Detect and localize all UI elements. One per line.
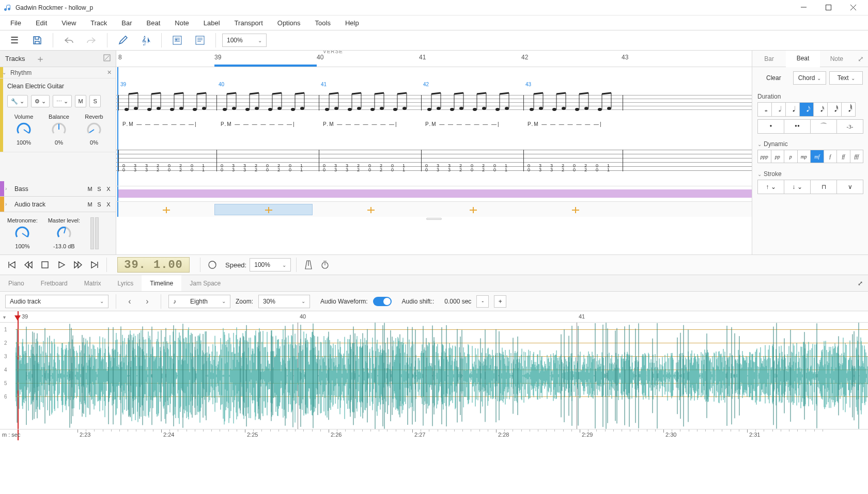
remove-button[interactable]: X — [105, 186, 112, 192]
hamburger-icon[interactable]: ☰ — [5, 33, 24, 48]
next-button[interactable]: › — [141, 295, 153, 308]
track-row-audio[interactable]: › Audio track MSX — [0, 197, 116, 212]
duration-64th[interactable]: 𝅘𝅥𝅱 — [841, 102, 856, 117]
tab-matrix[interactable]: Matrix — [76, 275, 110, 291]
mod-dot[interactable]: • — [757, 119, 784, 134]
shift-minus-button[interactable]: - — [476, 295, 489, 308]
tab-bar[interactable]: Bar — [752, 51, 786, 67]
tracks-options-icon[interactable] — [103, 54, 111, 63]
audio-track-strip[interactable] — [116, 201, 752, 217]
speed-select[interactable]: 100%⌄ — [250, 258, 291, 272]
play-button[interactable] — [55, 258, 68, 272]
reverb-knob[interactable] — [86, 122, 102, 137]
menu-label[interactable]: Label — [197, 17, 226, 29]
time-ruler[interactable]: m : sec 2:232:242:252:262:272:282:292:30… — [0, 429, 868, 440]
note-value-select[interactable]: ♪Eighth⌄ — [168, 295, 230, 308]
stroke-down[interactable]: ↓ ⌄ — [784, 180, 811, 194]
duration-quarter[interactable]: 𝅘𝅥 — [785, 102, 800, 117]
menu-file[interactable]: File — [4, 17, 27, 29]
mod-double-dot[interactable]: •• — [784, 119, 811, 134]
mute-button[interactable]: M — [87, 186, 93, 192]
expand-icon[interactable]: ⤢ — [853, 280, 868, 287]
waveform-toggle[interactable] — [373, 297, 392, 306]
tab-jam-space[interactable]: Jam Space — [181, 275, 229, 291]
menu-tools[interactable]: Tools — [309, 17, 337, 29]
menu-track[interactable]: Track — [84, 17, 113, 29]
solo-button[interactable]: S — [89, 95, 101, 107]
metronome-knob[interactable] — [14, 226, 30, 241]
dyn-f[interactable]: f — [824, 150, 838, 163]
duration-eighth[interactable]: 𝅘𝅥𝅮 — [799, 102, 814, 117]
mute-button[interactable]: M — [87, 201, 93, 208]
menu-note[interactable]: Note — [168, 17, 195, 29]
stroke-section-header[interactable]: ⌄Stroke — [752, 166, 868, 180]
dyn-p[interactable]: p — [784, 150, 798, 163]
track-row-bass[interactable]: › Bass MSX — [0, 181, 116, 197]
maximize-button[interactable] — [820, 3, 836, 13]
notation-view[interactable]: placeholder 39 — [116, 67, 752, 186]
loop-button[interactable] — [206, 258, 219, 272]
text-icon[interactable] — [191, 33, 209, 48]
tab-lyrics[interactable]: Lyrics — [109, 275, 142, 291]
prev-button[interactable]: ‹ — [123, 295, 136, 308]
duration-half[interactable]: 𝅗𝅥 — [771, 102, 786, 117]
track-tool-1[interactable]: 🔧 ⌄ — [7, 95, 28, 107]
menu-help[interactable]: Help — [339, 17, 365, 29]
dyn-ppp[interactable]: ppp — [757, 150, 771, 163]
track-tool-2[interactable]: ⚙ ⌄ — [31, 95, 50, 107]
rewind-button[interactable] — [22, 258, 35, 272]
mute-button[interactable]: M — [75, 95, 86, 107]
expand-icon[interactable]: ⤢ — [854, 51, 868, 67]
menu-options[interactable]: Options — [271, 17, 307, 29]
dynamic-section-header[interactable]: ⌄Dynamic — [752, 136, 868, 150]
dyn-ff[interactable]: ff — [836, 150, 850, 163]
redo-icon[interactable] — [82, 33, 101, 48]
track-tool-3[interactable]: ⋯ ⌄ — [53, 95, 72, 107]
timeline-view[interactable]: ▾ 39 40 41 1 2 3 4 5 6 m : sec 2:232:242… — [0, 311, 868, 440]
close-button[interactable] — [845, 3, 861, 13]
go-to-start-button[interactable] — [5, 258, 19, 272]
clef-cursor-icon[interactable]: 𝄞 — [136, 33, 155, 48]
stroke-pick-down[interactable]: ⊓ — [810, 180, 837, 194]
stop-button[interactable] — [38, 258, 52, 272]
remove-button[interactable]: X — [105, 201, 112, 208]
menu-edit[interactable]: Edit — [29, 17, 53, 29]
mod-tie[interactable]: ⌒ — [810, 119, 837, 134]
timeline-zoom-select[interactable]: 30%⌄ — [258, 295, 310, 308]
mod-triplet[interactable]: -3- — [836, 119, 863, 134]
chord-button[interactable]: Chord⌄ — [793, 71, 827, 85]
metronome-icon[interactable] — [302, 258, 315, 272]
menu-view[interactable]: View — [55, 17, 82, 29]
volume-knob[interactable] — [16, 122, 32, 137]
shift-plus-button[interactable]: + — [494, 295, 506, 308]
menu-transport[interactable]: Transport — [228, 17, 269, 29]
score-icon[interactable] — [168, 33, 187, 48]
clear-button[interactable]: Clear — [757, 71, 790, 85]
countdown-icon[interactable] — [318, 258, 332, 272]
solo-button[interactable]: S — [96, 201, 102, 208]
master-level-knob[interactable] — [56, 226, 72, 241]
track-row-rhythm[interactable]: ⌄ Rhythm ✕ — [0, 67, 116, 78]
timeline-track-select[interactable]: Audio track⌄ — [5, 295, 109, 308]
duration-sixteenth[interactable]: 𝅘𝅥𝅯 — [813, 102, 828, 117]
tab-timeline[interactable]: Timeline — [142, 275, 181, 291]
tab-fretboard[interactable]: Fretboard — [33, 275, 76, 291]
dyn-mf[interactable]: mf — [810, 150, 824, 163]
dyn-mp[interactable]: mp — [797, 150, 811, 163]
balance-knob[interactable] — [51, 122, 67, 137]
close-icon[interactable]: ✕ — [107, 69, 112, 76]
undo-icon[interactable] — [59, 33, 78, 48]
duration-whole[interactable]: 𝅝 — [757, 102, 772, 117]
save-icon[interactable] — [28, 33, 47, 48]
resize-handle[interactable] — [116, 217, 752, 221]
stroke-up[interactable]: ↑ ⌄ — [757, 180, 784, 194]
tab-piano[interactable]: Piano — [0, 275, 33, 291]
dyn-pp[interactable]: pp — [771, 150, 785, 163]
zoom-select[interactable]: 100% ⌄ — [222, 34, 267, 47]
tab-beat[interactable]: Beat — [786, 51, 819, 67]
tab-note[interactable]: Note — [820, 51, 854, 67]
duration-32nd[interactable]: 𝅘𝅥𝅰 — [827, 102, 842, 117]
text-button[interactable]: Text⌄ — [829, 71, 863, 85]
menu-bar[interactable]: Bar — [115, 17, 138, 29]
bass-track-strip[interactable] — [116, 186, 752, 201]
